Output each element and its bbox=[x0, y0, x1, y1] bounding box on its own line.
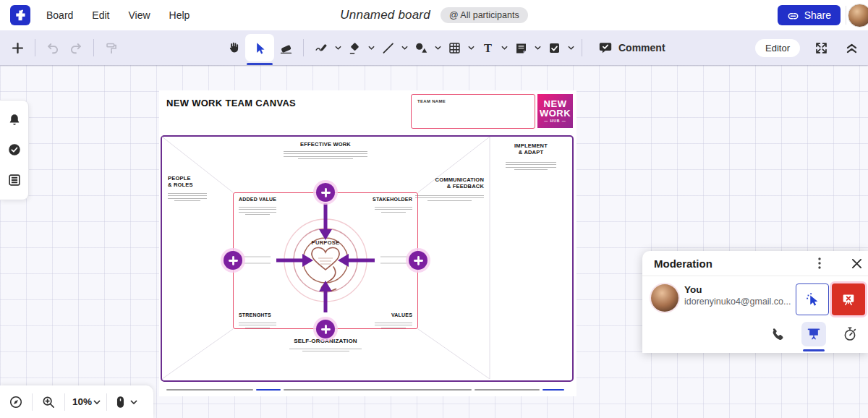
notes-button[interactable] bbox=[7, 173, 22, 187]
menu-edit[interactable]: Edit bbox=[92, 9, 109, 21]
shapes-tool-dropdown[interactable] bbox=[433, 35, 443, 60]
placeholder-text bbox=[239, 205, 276, 215]
add-item-button-bottom[interactable] bbox=[316, 320, 335, 338]
plus-icon bbox=[11, 41, 25, 55]
cursor-permission-button[interactable] bbox=[796, 283, 829, 315]
collapse-toolbar-button[interactable] bbox=[842, 35, 861, 60]
participants-badge[interactable]: @ All participants bbox=[441, 7, 528, 23]
menu-board[interactable]: Board bbox=[46, 9, 73, 21]
whiteboard-canvas[interactable]: NEW WORK TEAM CANVAS TEAM NAME NEW WORK … bbox=[0, 65, 868, 418]
chevron-down-icon bbox=[568, 46, 574, 50]
line-tool-dropdown[interactable] bbox=[399, 35, 409, 60]
user-avatar[interactable] bbox=[848, 4, 868, 27]
controls-divider bbox=[106, 393, 107, 411]
hand-icon bbox=[227, 41, 241, 55]
double-chevron-up-icon bbox=[845, 41, 859, 55]
mouse-icon bbox=[115, 395, 126, 409]
placeholder-text-line bbox=[168, 193, 207, 194]
lucidspark-logo[interactable] bbox=[10, 5, 30, 25]
editor-badge[interactable]: Editor bbox=[755, 39, 800, 57]
notifications-button[interactable] bbox=[7, 113, 22, 127]
section-label-line: & ROLES bbox=[168, 182, 193, 188]
placeholder-text bbox=[375, 205, 412, 213]
team-name-field[interactable]: TEAM NAME bbox=[411, 94, 535, 129]
chevron-down-icon bbox=[368, 46, 375, 50]
pen-tool-button[interactable] bbox=[310, 35, 333, 60]
pen-tool-dropdown[interactable] bbox=[333, 35, 343, 60]
moderation-close-button[interactable] bbox=[851, 258, 862, 269]
chevron-down-icon bbox=[501, 46, 508, 50]
menu-items: Board Edit View Help bbox=[46, 9, 190, 21]
text-tool-button[interactable]: T bbox=[476, 35, 499, 60]
vote-tool-dropdown[interactable] bbox=[566, 35, 576, 60]
mouse-mode-dropdown[interactable] bbox=[129, 390, 139, 414]
canvas-controls-bar: 10% bbox=[0, 385, 153, 418]
pen-icon bbox=[315, 41, 328, 55]
sticky-note-dropdown[interactable] bbox=[532, 35, 542, 60]
add-item-button-left[interactable] bbox=[224, 251, 242, 270]
section-label-line: IMPLEMENT bbox=[490, 142, 572, 149]
call-button[interactable] bbox=[770, 326, 786, 342]
tasks-button[interactable] bbox=[7, 142, 22, 157]
team-canvas-frame: EFFECTIVE WORK IMPLEMENT & ADAPT PEOPLE … bbox=[161, 135, 574, 382]
line-tool-button[interactable] bbox=[376, 35, 399, 60]
footnote-text-segment bbox=[475, 389, 540, 391]
section-implement-adapt: IMPLEMENT & ADAPT bbox=[490, 142, 572, 156]
board-title[interactable]: Unnamed board bbox=[340, 8, 430, 22]
placeholder-text bbox=[284, 149, 367, 159]
toolbar-divider bbox=[93, 39, 94, 56]
zoom-level[interactable]: 10% bbox=[72, 396, 92, 407]
moderation-menu-button[interactable] bbox=[818, 257, 821, 269]
text-icon: T bbox=[481, 41, 495, 55]
zoom-search-button[interactable] bbox=[37, 390, 60, 414]
highlighter-dropdown[interactable] bbox=[366, 35, 376, 60]
format-painter-button[interactable] bbox=[100, 35, 123, 60]
toolbar-left-group bbox=[6, 30, 123, 65]
share-button[interactable]: Share bbox=[778, 5, 841, 25]
shapes-tool-button[interactable] bbox=[409, 35, 433, 60]
footnote-link-segment bbox=[256, 389, 281, 391]
sticky-note-tool-button[interactable] bbox=[509, 35, 532, 60]
toolbar-right-group: Editor bbox=[755, 30, 861, 65]
vote-tool-button[interactable] bbox=[542, 35, 566, 60]
stopwatch-icon bbox=[842, 326, 858, 342]
minimap-button[interactable] bbox=[4, 390, 27, 414]
toolbar-divider bbox=[35, 39, 35, 56]
highlighter-tool-button[interactable] bbox=[343, 35, 366, 60]
section-values: VALUES bbox=[326, 312, 412, 319]
template-sheet[interactable]: NEW WORK TEAM CANVAS TEAM NAME NEW WORK … bbox=[159, 90, 576, 396]
placeholder-text-line bbox=[174, 200, 200, 201]
undo-icon bbox=[46, 40, 60, 55]
undo-button[interactable] bbox=[41, 35, 64, 60]
zoom-dropdown[interactable] bbox=[92, 390, 102, 414]
camera-off-button[interactable] bbox=[832, 283, 865, 315]
top-menu-bar: Board Edit View Help Unnamed board @ All… bbox=[0, 0, 868, 30]
pan-tool-button[interactable] bbox=[222, 35, 245, 60]
main-toolbar: T Comment Editor bbox=[0, 30, 868, 65]
section-label-line: COMMUNICATION bbox=[397, 176, 484, 183]
menu-help[interactable]: Help bbox=[169, 9, 190, 21]
mouse-mode-button[interactable] bbox=[111, 390, 129, 414]
table-tool-dropdown[interactable] bbox=[466, 35, 476, 60]
add-item-button-top[interactable] bbox=[316, 183, 335, 202]
timer-button[interactable] bbox=[842, 326, 858, 342]
present-button[interactable] bbox=[801, 322, 826, 346]
text-tool-dropdown[interactable] bbox=[499, 35, 509, 60]
add-button[interactable] bbox=[6, 35, 29, 60]
redo-button[interactable] bbox=[64, 35, 88, 60]
comment-button[interactable]: Comment bbox=[598, 40, 665, 55]
placeholder-text-line bbox=[168, 195, 207, 196]
select-tool-button[interactable] bbox=[245, 34, 274, 61]
eraser-tool-button[interactable] bbox=[274, 35, 297, 60]
table-tool-button[interactable] bbox=[443, 35, 466, 60]
add-item-button-right[interactable] bbox=[409, 251, 427, 270]
plus-icon bbox=[414, 256, 423, 265]
logo-line-2: WORK bbox=[540, 108, 571, 118]
section-stakeholder: STAKEHOLDER bbox=[326, 197, 412, 203]
screen-off-icon bbox=[841, 291, 856, 307]
placeholder-text-line bbox=[415, 197, 484, 198]
menu-view[interactable]: View bbox=[128, 9, 150, 21]
comment-icon bbox=[598, 40, 613, 55]
fullscreen-button[interactable] bbox=[812, 35, 830, 60]
plus-icon bbox=[321, 188, 331, 197]
